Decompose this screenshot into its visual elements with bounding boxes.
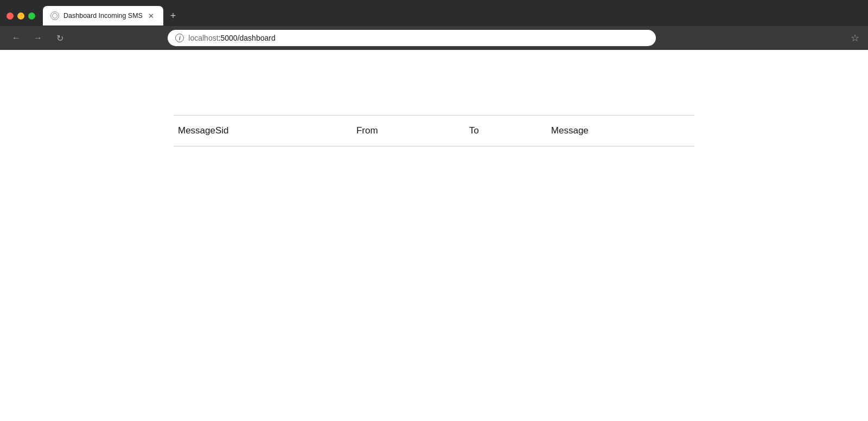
tab-close-button[interactable]: ✕ bbox=[147, 11, 156, 20]
reload-button[interactable]: ↻ bbox=[52, 30, 67, 46]
minimize-window-button[interactable] bbox=[17, 12, 24, 20]
back-button[interactable]: ← bbox=[9, 30, 24, 46]
table-header: MessageSid From To Message bbox=[174, 116, 694, 146]
tab-bar: Dashboard Incoming SMS ✕ + bbox=[43, 6, 861, 25]
url-display: localhost:5000/dashboard bbox=[188, 34, 275, 42]
active-tab[interactable]: Dashboard Incoming SMS ✕ bbox=[43, 6, 163, 25]
col-from: From bbox=[346, 116, 458, 146]
col-to: To bbox=[458, 116, 540, 146]
address-bar[interactable]: i localhost:5000/dashboard bbox=[168, 30, 656, 46]
table-container: MessageSid From To Message bbox=[174, 115, 694, 421]
tab-title: Dashboard Incoming SMS bbox=[63, 12, 143, 20]
sms-table: MessageSid From To Message bbox=[174, 115, 694, 146]
forward-button[interactable]: → bbox=[30, 30, 46, 46]
col-message: Message bbox=[540, 116, 694, 146]
address-bar-row: ← → ↻ i localhost:5000/dashboard ☆ bbox=[0, 26, 868, 50]
tab-favicon-icon bbox=[50, 11, 59, 20]
bookmark-button[interactable]: ☆ bbox=[851, 32, 859, 44]
table-header-row: MessageSid From To Message bbox=[174, 116, 694, 146]
maximize-window-button[interactable] bbox=[28, 12, 35, 20]
page-content: MessageSid From To Message bbox=[0, 50, 868, 421]
traffic-lights bbox=[7, 12, 35, 20]
security-info-icon: i bbox=[175, 34, 184, 42]
browser-chrome: Dashboard Incoming SMS ✕ + ← → ↻ i local… bbox=[0, 0, 868, 50]
title-bar: Dashboard Incoming SMS ✕ + bbox=[0, 0, 868, 26]
new-tab-button[interactable]: + bbox=[165, 8, 181, 23]
url-host: localhost bbox=[188, 34, 218, 42]
url-path: :5000/dashboard bbox=[219, 34, 276, 42]
col-message-sid: MessageSid bbox=[174, 116, 346, 146]
close-window-button[interactable] bbox=[7, 12, 14, 20]
